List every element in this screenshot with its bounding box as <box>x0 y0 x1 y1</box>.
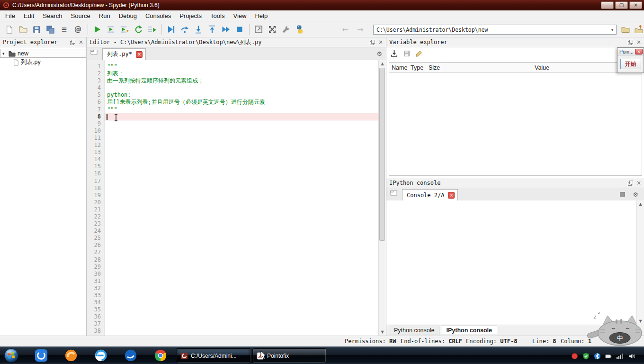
scroll-up-icon[interactable]: ▲ <box>637 200 644 208</box>
menu-consoles[interactable]: Consoles <box>141 11 175 21</box>
run-selection-icon[interactable] <box>145 23 158 36</box>
menu-help[interactable]: Help <box>250 11 272 21</box>
code-line[interactable]: 由一系列按特定顺序排列的元素组成； <box>105 77 378 84</box>
interrupt-kernel-icon[interactable] <box>620 192 625 197</box>
code-line[interactable] <box>105 178 378 185</box>
console-options-gear-icon[interactable]: ⚙ <box>633 191 638 198</box>
pointofix-start-button[interactable]: 开始 <box>620 59 641 69</box>
ve-column-type[interactable]: Type <box>408 63 426 73</box>
pointofix-titlebar[interactable]: Poin... × <box>617 48 644 55</box>
maximize-button[interactable]: □ <box>615 1 628 9</box>
debug-file-icon[interactable] <box>164 23 177 36</box>
tab-python-console[interactable]: Python console <box>389 326 439 335</box>
menu-edit[interactable]: Edit <box>19 11 38 21</box>
code-line[interactable] <box>105 185 378 192</box>
console-scrollbar[interactable]: ▲ ▼ <box>636 200 644 325</box>
browse-tabs-icon[interactable] <box>90 49 98 57</box>
close-pane-icon[interactable]: × <box>378 39 383 45</box>
code-line[interactable] <box>105 192 378 199</box>
menu-debug[interactable]: Debug <box>115 11 141 21</box>
scroll-down-icon[interactable]: ▼ <box>379 328 386 336</box>
undock-pane-icon[interactable] <box>370 40 375 45</box>
tab-ipython-console[interactable]: IPython console <box>441 326 497 335</box>
preferences-wrench-icon[interactable] <box>279 23 292 36</box>
code-line[interactable] <box>105 199 378 206</box>
close-button[interactable]: × <box>629 1 642 9</box>
code-line[interactable] <box>105 278 378 285</box>
undock-pane-icon[interactable] <box>628 40 633 45</box>
run-cell-icon[interactable] <box>104 23 117 36</box>
menu-run[interactable]: Run <box>95 11 115 21</box>
qq-browser-icon[interactable] <box>34 348 48 363</box>
close-pane-icon[interactable]: × <box>636 39 641 45</box>
code-line[interactable] <box>105 228 378 235</box>
code-line[interactable] <box>105 285 378 292</box>
menu-view[interactable]: View <box>229 11 250 21</box>
scrollbar-thumb[interactable] <box>379 68 385 241</box>
code-line[interactable] <box>105 220 378 228</box>
python-path-icon[interactable] <box>293 23 306 36</box>
save-all-icon[interactable] <box>44 23 57 36</box>
scroll-up-icon[interactable]: ▲ <box>379 60 386 67</box>
edit-data-icon[interactable] <box>415 50 423 59</box>
save-icon[interactable] <box>30 23 43 36</box>
save-data-icon[interactable] <box>403 50 411 59</box>
qq-icon[interactable] <box>124 348 138 363</box>
menu-projects[interactable]: Projects <box>175 11 206 21</box>
code-line[interactable] <box>105 264 378 271</box>
code-line[interactable] <box>105 313 378 320</box>
new-file-icon[interactable] <box>3 23 16 36</box>
code-line[interactable] <box>105 299 378 306</box>
import-data-icon[interactable] <box>390 49 398 59</box>
ve-column-name[interactable]: Name <box>389 63 408 73</box>
code-line[interactable] <box>105 135 378 142</box>
code-line[interactable] <box>105 242 378 249</box>
menu-source[interactable]: Source <box>67 11 95 21</box>
tab-close-icon[interactable]: × <box>136 51 143 58</box>
stop-debug-icon[interactable] <box>233 23 246 36</box>
editor-scrollbar[interactable]: ▲ ▼ <box>378 60 386 336</box>
taskbar-window-spyder[interactable]: C:/Users/Admini... <box>176 348 251 363</box>
menu-file[interactable]: File <box>1 11 19 21</box>
code-line[interactable] <box>105 328 378 335</box>
code-line[interactable] <box>105 163 378 170</box>
undock-pane-icon[interactable] <box>628 181 633 186</box>
battery-icon[interactable] <box>604 352 613 360</box>
code-line[interactable]: 用[]来表示列表;并且用逗号（必须是英文逗号）进行分隔元素 <box>105 99 378 106</box>
code-line[interactable] <box>105 120 378 127</box>
code-line[interactable] <box>105 127 378 135</box>
chrome-icon[interactable] <box>153 348 168 363</box>
run-icon[interactable] <box>90 23 103 36</box>
code-line[interactable] <box>105 249 378 256</box>
rerun-cell-icon[interactable] <box>132 23 144 36</box>
run-cell-advance-icon[interactable] <box>118 23 131 36</box>
code-line[interactable] <box>105 170 378 177</box>
menu-tools[interactable]: Tools <box>206 11 229 21</box>
file-switcher-icon[interactable]: ≡ <box>58 23 71 36</box>
console-output[interactable] <box>386 200 636 325</box>
code-line[interactable]: 列表： <box>105 70 378 77</box>
volume-icon[interactable] <box>628 352 636 360</box>
bluetooth-icon[interactable] <box>593 352 601 360</box>
find-symbols-icon[interactable]: @ <box>72 23 84 36</box>
parent-directory-icon[interactable] <box>633 24 644 35</box>
code-line[interactable] <box>105 306 378 313</box>
code-line[interactable] <box>105 235 378 242</box>
close-pane-icon[interactable]: × <box>636 180 641 186</box>
editor-tab[interactable]: 列表.py* × <box>102 48 146 60</box>
fullscreen-icon[interactable] <box>266 23 278 36</box>
step-over-icon[interactable] <box>178 23 191 36</box>
ve-column-value[interactable]: Value <box>442 63 642 73</box>
continue-icon[interactable] <box>219 23 232 36</box>
code-line[interactable]: """ <box>105 106 378 113</box>
minimize-button[interactable]: − <box>601 1 614 9</box>
code-line[interactable]: """ <box>105 63 378 70</box>
code-line[interactable] <box>105 320 378 328</box>
pointofix-tray-icon[interactable] <box>570 352 579 360</box>
undock-pane-icon[interactable] <box>70 40 75 45</box>
browse-tabs-icon[interactable] <box>390 190 397 198</box>
open-file-icon[interactable] <box>17 23 29 36</box>
editor-options-gear-icon[interactable]: ⚙ <box>376 50 386 57</box>
code-line[interactable] <box>105 213 378 220</box>
ve-column-size[interactable]: Size <box>426 63 442 73</box>
